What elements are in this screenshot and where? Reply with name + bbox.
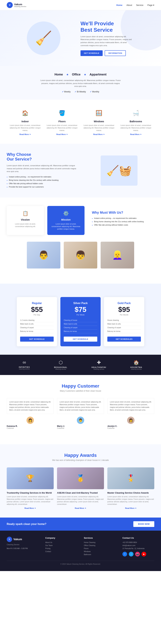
- floors-icon: 🪣: [57, 108, 67, 118]
- windows-title: Windows: [83, 120, 115, 123]
- why-choose-image: 🧹🧺: [84, 152, 154, 189]
- footer-svc-windows[interactable]: Windows: [84, 550, 116, 552]
- hero-section: 🧹 We'll Provide Best Service Lorem ipsum…: [0, 10, 161, 66]
- bathrooms-readmore[interactable]: Read More: [120, 133, 152, 135]
- mission-desc: Lorem ipsum dolor sit amet, consectetuer…: [51, 223, 80, 230]
- why-choose-text: Why Choose Our Service? Lorem ipsum dolo…: [7, 152, 77, 189]
- logo-text: Vakum: [14, 3, 26, 6]
- regular-feat-2: Make back & sofa: [20, 322, 54, 326]
- service-icons-section: 🏠 Indoor Lorem ipsum dolor sit amet, con…: [0, 100, 161, 144]
- regular-btn[interactable]: GET SCHEDULE: [20, 336, 54, 342]
- regular-title: Regular: [20, 302, 54, 305]
- award-title-1: Trustworthy Cleaning Services in the Wor…: [7, 492, 54, 494]
- testimonials-list: Lorem ipsum dolor sit amet, consectetuer…: [7, 398, 154, 429]
- brand-housetma-name: HOUSETMA: [130, 366, 142, 368]
- nav-service[interactable]: Service: [136, 4, 144, 6]
- brand-healthinfini-icon: ✚: [92, 360, 106, 365]
- vission-card: 📋 Vission Lorem ipsum dolor sit amet, co…: [7, 206, 44, 235]
- instagram-icon[interactable]: 📷: [135, 552, 140, 556]
- footer-contact-title: Contact Us: [122, 537, 154, 539]
- book-now-button[interactable]: BOOK NOW: [133, 521, 154, 527]
- logo-tagline: Cleaning Service: [14, 6, 26, 8]
- award-readmore-3[interactable]: Read More: [107, 507, 154, 509]
- footer-email: info@vakum.com: [122, 544, 154, 546]
- gold-feat-2: Make back & sofa: [107, 322, 141, 326]
- why-item-3: Offer flat-rate pricing without hidden c…: [7, 182, 77, 184]
- brands-section: ∞ INFINITIES cleaning service ⬡ BEXAGONA…: [0, 355, 161, 375]
- award-readmore-2[interactable]: Read More: [57, 507, 104, 509]
- award-readmore-1[interactable]: Read More: [7, 507, 54, 509]
- windows-icon: 🪟: [94, 108, 104, 118]
- windows-readmore[interactable]: Read More: [83, 133, 115, 135]
- footer-services-col: Services Home Cleaning Office Cleaning F…: [84, 537, 116, 556]
- youtube-icon[interactable]: ▶: [142, 552, 146, 556]
- gold-btn[interactable]: GET SCHEDULES: [107, 336, 141, 342]
- mission-icon: ⚙️: [51, 211, 80, 216]
- indoor-readmore[interactable]: Read More: [10, 133, 41, 135]
- hero-heading: We'll Provide Best Service: [80, 20, 154, 33]
- footer-svc-floors[interactable]: Floors: [84, 548, 116, 550]
- silver-btn[interactable]: GET SCHEDULE: [64, 336, 97, 342]
- footer-link-contact[interactable]: Contact: [45, 550, 77, 552]
- facebook-icon[interactable]: f: [122, 552, 127, 556]
- brand-healthinfini-name: HEALTHINFINI: [92, 366, 106, 368]
- info-button[interactable]: INFORMATION: [105, 50, 126, 56]
- check-monthly: Monthly: [90, 90, 99, 93]
- star-icon-2: ★: [84, 73, 86, 76]
- gold-amount: $95: [107, 306, 141, 313]
- indoor-desc: Lorem ipsum dolor sit amet, consectetuer…: [10, 124, 41, 132]
- silver-feat-3: Cleaning of carpet: [64, 326, 97, 330]
- brand-housetma-tagline: cleaning service: [130, 368, 142, 370]
- brand-infinities-icon: ∞: [19, 360, 30, 365]
- tab-office[interactable]: Office: [72, 73, 80, 76]
- tab-appartment[interactable]: Appartment: [90, 73, 106, 76]
- bathrooms-desc: Lorem ipsum dolor sit amet, consectetuer…: [120, 124, 152, 132]
- brand-infinities: ∞ INFINITIES cleaning service: [19, 360, 30, 370]
- twitter-icon[interactable]: t: [129, 552, 134, 556]
- tab-home[interactable]: Home: [54, 73, 63, 76]
- footer-svc-office[interactable]: Office Cleaning: [84, 544, 116, 546]
- nav-page[interactable]: Page: [148, 4, 154, 6]
- customer-title: Happy Customer: [7, 384, 154, 389]
- team-photo-1: 👨: [27, 242, 60, 268]
- schedule-button[interactable]: GET SCHEDULE: [80, 50, 103, 56]
- gold-period: Per Month: [107, 314, 141, 316]
- social-icons: f t 📷 ▶: [122, 552, 154, 556]
- cta-text: Ready spark clean your home?: [7, 522, 46, 526]
- footer-link-pricing[interactable]: Pricing: [45, 548, 77, 550]
- brand-healthinfini: ✚ HEALTHINFINI cleaning service: [92, 360, 106, 370]
- why-must-item-2: Bring home cleaning into the 21s century…: [92, 220, 150, 222]
- awards-section: Happy Awards We has won of defending cha…: [0, 444, 161, 518]
- footer-link-about[interactable]: About Us: [45, 542, 77, 544]
- testimonial-1-name: Kaneesa R.: [7, 425, 54, 427]
- service-floors: 🪣 Floors Lorem ipsum dolor sit amet, con…: [44, 108, 80, 135]
- service-bathrooms: 🛁 Bathrooms Lorem ipsum dolor sit amet, …: [118, 108, 154, 135]
- footer-logo-text: Vakum: [14, 538, 22, 541]
- award-card-3: 🎖️ Master Cleaning Service Choice Awards…: [107, 468, 154, 509]
- why-choose-desc: Lorem ipsum dolor sit amet, consectetuer…: [7, 164, 77, 173]
- nav-home[interactable]: Home: [116, 4, 122, 6]
- price-gold: Gold Pack $95 Per Month House cleaning M…: [104, 297, 144, 346]
- services-tabs-section: Home ★ Office ★ Appartment Lorem ipsum d…: [0, 66, 161, 100]
- footer-company-links: About Us Our Team Pricing Contact: [45, 542, 77, 552]
- footer-svc-home[interactable]: Home Cleaning: [84, 542, 116, 544]
- hero-desc: Lorem ipsum dolor sit amet, consectetuer…: [80, 35, 134, 47]
- gold-feat-4: Balcony ter terras: [107, 330, 141, 333]
- regular-feat-4: Balcony ter terras: [20, 330, 54, 333]
- floors-readmore[interactable]: Read More: [46, 133, 78, 135]
- testimonial-2-role: Customer: [57, 427, 104, 429]
- why-must-item-1: Instant online pricing – no requirement …: [92, 217, 150, 219]
- footer-link-team[interactable]: Our Team: [45, 544, 77, 546]
- footer-svc-bathroom[interactable]: Bathroom: [84, 554, 116, 556]
- award-title-3: Master Cleaning Service Choice Awards: [107, 492, 154, 494]
- check-weekly: Weekly: [62, 90, 70, 93]
- hero-image-left: 🧹: [7, 22, 80, 55]
- awards-cards: 🏆 Trustworthy Cleaning Services in the W…: [7, 468, 154, 509]
- customer-subtitle: Many Customers satisfied of their clean …: [7, 390, 154, 392]
- award-img-2: 🥇: [57, 468, 104, 489]
- logo[interactable]: V Vakum Cleaning Service: [7, 2, 26, 8]
- nav-about[interactable]: About: [126, 4, 132, 6]
- check-biweekly: Bi-Weekly: [75, 90, 86, 93]
- footer-logo: V Vakum: [7, 537, 38, 542]
- footer-logo-icon: V: [7, 537, 12, 542]
